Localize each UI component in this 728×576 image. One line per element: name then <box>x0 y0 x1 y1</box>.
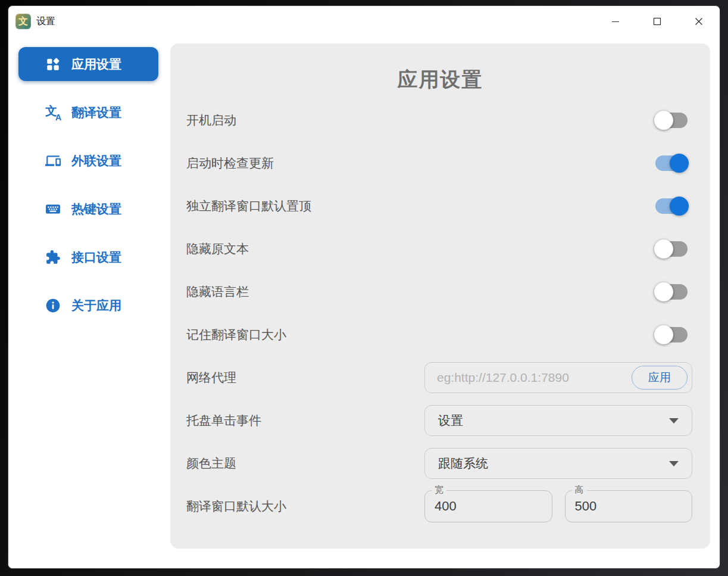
color-theme-value: 跟随系统 <box>438 455 488 472</box>
setting-row-check-update: 启动时检查更新 <box>170 142 710 185</box>
setting-row-remember-size: 记住翻译窗口大小 <box>170 313 710 356</box>
width-field-label: 宽 <box>432 484 446 496</box>
devices-icon <box>45 152 61 169</box>
maximize-button[interactable] <box>636 6 678 37</box>
sidebar-item-label: 外联设置 <box>71 152 121 169</box>
setting-label: 开机启动 <box>186 112 236 129</box>
plugin-icon <box>45 249 61 266</box>
setting-label: 记住翻译窗口大小 <box>186 326 286 343</box>
width-field-box: 宽 <box>424 490 552 522</box>
setting-row-window-on-top: 独立翻译窗口默认置顶 <box>170 185 710 228</box>
proxy-apply-button[interactable]: 应用 <box>632 366 688 390</box>
close-icon <box>694 17 704 26</box>
proxy-input[interactable] <box>437 370 632 385</box>
settings-window: 文 设置 应用设置 <box>8 5 720 569</box>
sidebar-item-label: 翻译设置 <box>71 104 121 121</box>
sidebar-item-label: 接口设置 <box>71 249 121 266</box>
setting-label: 翻译窗口默认大小 <box>186 498 286 515</box>
sidebar: 应用设置 文A 翻译设置 外联设置 <box>8 37 170 568</box>
hide-source-toggle[interactable] <box>655 241 688 257</box>
check-update-toggle[interactable] <box>655 155 688 171</box>
setting-label: 托盘单击事件 <box>186 412 261 429</box>
height-field-box: 高 <box>565 490 693 522</box>
remember-size-toggle[interactable] <box>655 327 688 343</box>
keyboard-icon <box>45 201 61 217</box>
sidebar-item-api-settings[interactable]: 接口设置 <box>18 240 158 274</box>
sidebar-item-about[interactable]: 关于应用 <box>18 288 158 322</box>
sidebar-item-label: 应用设置 <box>71 56 121 73</box>
minimize-icon <box>611 17 620 26</box>
titlebar: 文 设置 <box>8 6 720 37</box>
setting-row-autostart: 开机启动 <box>170 99 710 142</box>
setting-row-hide-source: 隐藏原文本 <box>170 228 710 270</box>
chevron-down-icon <box>669 461 679 466</box>
sidebar-item-label: 热键设置 <box>71 201 121 217</box>
setting-row-color-theme: 颜色主题 跟随系统 <box>170 442 710 485</box>
chevron-down-icon <box>669 418 679 424</box>
sidebar-item-hotkey-settings[interactable]: 热键设置 <box>18 192 158 226</box>
width-field[interactable] <box>435 499 542 514</box>
tray-click-select[interactable]: 设置 <box>424 405 692 436</box>
hide-language-bar-toggle[interactable] <box>655 284 688 300</box>
close-button[interactable] <box>678 6 720 37</box>
setting-label: 隐藏原文本 <box>186 241 249 257</box>
settings-panel: 应用设置 开机启动 启动时检查更新 独立翻译窗口默认置顶 隐藏原文本 隐藏语言栏… <box>170 43 710 549</box>
height-field-label: 高 <box>572 484 587 496</box>
maximize-icon <box>652 17 662 26</box>
setting-label: 网络代理 <box>186 369 236 386</box>
sidebar-item-translate-settings[interactable]: 文A 翻译设置 <box>18 95 158 129</box>
window-controls <box>595 6 720 37</box>
setting-label: 颜色主题 <box>186 455 236 472</box>
autostart-toggle[interactable] <box>655 113 688 128</box>
setting-row-tray-click: 托盘单击事件 设置 <box>170 399 710 442</box>
info-icon <box>45 297 61 314</box>
setting-label: 独立翻译窗口默认置顶 <box>186 198 311 214</box>
apps-icon <box>45 56 61 73</box>
window-title: 设置 <box>36 15 55 28</box>
setting-label: 隐藏语言栏 <box>186 284 249 300</box>
sidebar-item-external-settings[interactable]: 外联设置 <box>18 144 158 178</box>
translate-icon: 文A <box>45 104 61 121</box>
setting-label: 启动时检查更新 <box>186 155 274 172</box>
app-logo-icon: 文 <box>15 14 31 29</box>
color-theme-select[interactable]: 跟随系统 <box>424 448 692 479</box>
sidebar-item-label: 关于应用 <box>71 297 121 314</box>
setting-row-default-size: 翻译窗口默认大小 宽 高 <box>170 485 710 528</box>
setting-row-hide-language-bar: 隐藏语言栏 <box>170 270 710 313</box>
sidebar-item-app-settings[interactable]: 应用设置 <box>18 47 158 81</box>
proxy-input-box: 应用 <box>424 362 692 393</box>
height-field[interactable] <box>575 499 683 514</box>
page-title: 应用设置 <box>170 66 710 94</box>
window-on-top-toggle[interactable] <box>655 198 688 214</box>
setting-row-proxy: 网络代理 应用 <box>170 356 710 399</box>
tray-click-value: 设置 <box>438 412 463 429</box>
minimize-button[interactable] <box>595 6 636 37</box>
